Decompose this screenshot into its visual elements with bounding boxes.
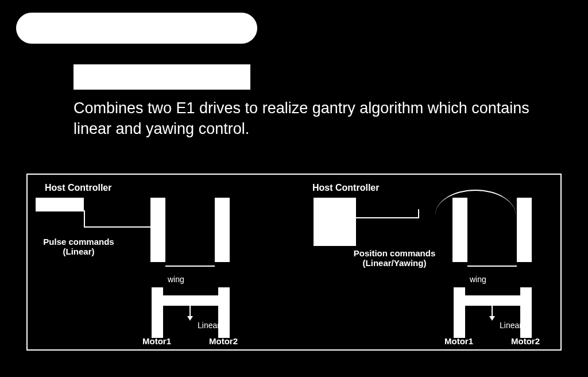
left-diagram: Host Controller Pulse commands (Linear) … — [28, 175, 295, 349]
cmd-line2: (Linear) — [63, 247, 94, 256]
conn-line — [356, 217, 418, 218]
motor-rail-1 — [152, 287, 163, 338]
linear-arrow — [492, 306, 493, 317]
conn-line — [84, 226, 156, 228]
yawing-label: wing — [168, 275, 184, 284]
motor2-label: Motor2 — [209, 336, 238, 346]
drive-link — [467, 266, 517, 267]
description: Combines two E1 drives to realize gantry… — [74, 98, 533, 140]
motor1-label: Motor1 — [444, 336, 473, 346]
cmd-line1: Position commands — [354, 248, 436, 258]
drive-link — [165, 266, 215, 267]
conn-line — [418, 209, 419, 218]
position-commands-label: Position commands (Linear/Yawing) — [346, 248, 443, 268]
host-pc-icon — [314, 198, 356, 246]
gantry-bridge — [163, 295, 218, 306]
motor2-label: Motor2 — [511, 336, 540, 346]
drive-2 — [517, 198, 532, 262]
motor-rail-2 — [218, 287, 230, 338]
cmd-line1: Pulse commands — [43, 237, 114, 247]
linear-label: Linear — [500, 321, 522, 330]
header-pill — [16, 13, 257, 44]
host-controller-label: Host Controller — [312, 183, 379, 193]
motor1-label: Motor1 — [142, 336, 171, 346]
diagram-frame: Host Controller Pulse commands (Linear) … — [26, 174, 562, 351]
linear-arrow — [189, 306, 191, 317]
linear-arrow-head — [187, 316, 193, 321]
yawing-label: wing — [470, 275, 486, 284]
yawing-arc-icon — [435, 190, 516, 215]
pulse-commands-label: Pulse commands (Linear) — [41, 237, 116, 256]
linear-label: Linear — [198, 321, 220, 330]
cmd-line2: (Linear/Yawing) — [363, 258, 427, 268]
linear-arrow-head — [489, 316, 495, 321]
drive-1 — [452, 198, 467, 262]
drive-2 — [215, 198, 230, 262]
drive-1 — [150, 198, 165, 262]
motor-rail-1 — [454, 287, 465, 338]
sub-bar — [74, 64, 250, 90]
conn-line — [84, 210, 85, 226]
right-diagram: Host Controller Position commands (Linea… — [295, 175, 563, 349]
host-pc-icon — [36, 198, 84, 211]
host-controller-label: Host Controller — [45, 183, 111, 193]
motor-rail-2 — [520, 287, 532, 338]
gantry-bridge — [465, 295, 520, 306]
